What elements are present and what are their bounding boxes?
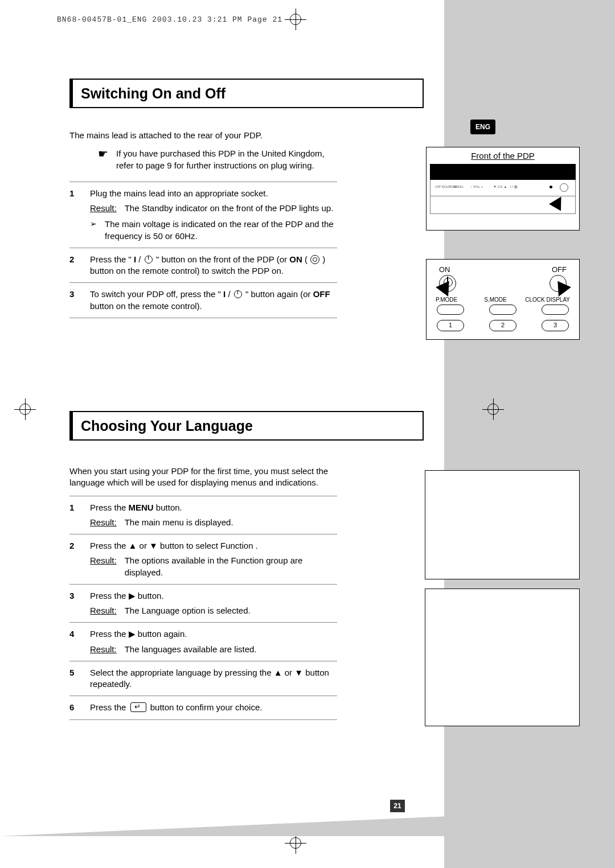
result-text: The Standby indicator on the front of th… xyxy=(125,203,334,214)
steps-list: 1 Plug the mains lead into an appropriat… xyxy=(69,182,337,318)
result-label: Result: xyxy=(90,203,117,214)
control-strip: C/P SOURCE MENU – VOL + ▼ C/L ▲ I / ⏻ xyxy=(430,180,576,196)
result-row: Result: The Standby indicator on the fro… xyxy=(90,203,337,214)
remote-figure: ON OFF P.MODE S.MODE CLOCK DISPLAY 1 2 3 xyxy=(426,259,580,340)
step-number: 2 xyxy=(69,254,80,277)
power-icon xyxy=(234,290,242,298)
smode-label: S.MODE xyxy=(475,297,515,303)
pill-button-icon xyxy=(437,305,464,315)
front-panel-figure: Front of the PDP C/P SOURCE MENU – VOL +… xyxy=(426,147,580,231)
section-title-text: Choosing Your Language xyxy=(69,412,423,439)
step-row: 1 Press the MENU button. Result:The main… xyxy=(69,496,337,535)
subnote-row: ➢ The main voltage is indicated on the r… xyxy=(90,219,337,242)
step-row: 6 Press the button to confirm your choic… xyxy=(69,696,337,719)
step-number: 3 xyxy=(69,289,80,312)
section1-content: The mains lead is attached to the rear o… xyxy=(69,130,337,318)
num-button: 2 xyxy=(489,320,516,331)
section-title-text: Switching On and Off xyxy=(69,80,423,107)
print-header: BN68-00457B-01_ENG 2003.10.23 3:21 PM Pa… xyxy=(57,16,282,23)
step-row: 3 To switch your PDP off, press the " I … xyxy=(69,283,337,318)
subnote-text: The main voltage is indicated on the rea… xyxy=(105,219,337,242)
arrow-icon: ➢ xyxy=(90,219,97,242)
page-number: 21 xyxy=(390,800,405,812)
intro-text: The mains lead is attached to the rear o… xyxy=(69,130,337,141)
step-row: 1 Plug the mains lead into an appropriat… xyxy=(69,182,337,248)
intro-text: When you start using your PDP for the fi… xyxy=(69,466,337,489)
enter-button-icon xyxy=(130,702,146,712)
pdp-bezel xyxy=(430,164,576,180)
step-text: Plug the mains lead into an appropriate … xyxy=(90,188,337,199)
step-row: 2 Press the " I / " button on the front … xyxy=(69,248,337,283)
cropmark-icon xyxy=(285,9,306,30)
num-button: 1 xyxy=(437,320,464,331)
step-row: 4 Press the ▶ button again. Result:The l… xyxy=(69,623,337,661)
side-margin xyxy=(444,0,615,868)
standby-indicator-icon xyxy=(550,186,552,188)
manual-page: BN68-00457B-01_ENG 2003.10.23 3:21 PM Pa… xyxy=(0,0,615,868)
step-row: 2 Press the ▲ or ▼ button to select Func… xyxy=(69,534,337,585)
step-row: 3 Press the ▶ button. Result:The Languag… xyxy=(69,585,337,623)
screen-placeholder xyxy=(425,470,580,579)
tip-text: If you have purchased this PDP in the Un… xyxy=(116,148,337,171)
step-row: 5 Select the appropriate language by pre… xyxy=(69,661,337,697)
language-tab: ENG xyxy=(470,120,495,134)
power-icon xyxy=(145,256,153,264)
ir-sensor-icon xyxy=(560,183,568,192)
section2-content: When you start using your PDP for the fi… xyxy=(69,466,337,720)
section-title-2: Choosing Your Language xyxy=(69,411,424,441)
step-number: 1 xyxy=(69,188,80,242)
num-button: 3 xyxy=(542,320,569,331)
screen-placeholder xyxy=(425,589,580,726)
figure-caption: Front of the PDP xyxy=(430,151,576,161)
section-title-1: Switching On and Off xyxy=(69,79,424,108)
off-label: OFF xyxy=(552,265,567,274)
steps-list: 1 Press the MENU button. Result:The main… xyxy=(69,496,337,720)
pill-button-icon xyxy=(489,305,516,315)
tip-row: ☛ If you have purchased this PDP in the … xyxy=(98,148,337,171)
on-label: ON xyxy=(439,265,450,274)
on-button-icon xyxy=(310,255,319,264)
page-footer-triangle xyxy=(0,813,512,836)
hand-point-icon: ☛ xyxy=(98,148,108,171)
cropmark-icon xyxy=(14,398,36,420)
pill-button-icon xyxy=(542,305,569,315)
cropmark-icon xyxy=(482,398,504,420)
